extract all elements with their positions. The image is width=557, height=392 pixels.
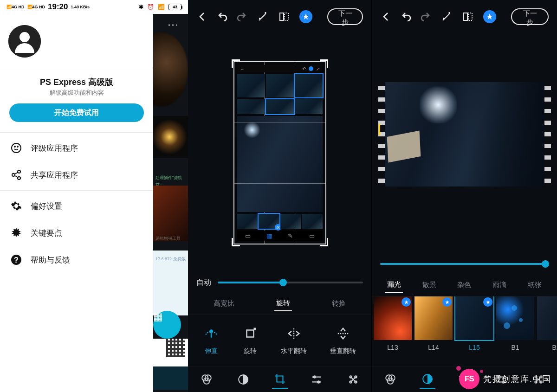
gear-icon [10,200,22,212]
straighten-slider[interactable] [218,282,363,283]
clock: 19:20 [48,2,68,12]
background-preview-strip: ⋮ 处理插件"滤镜云… 系统增强工具 17.6.872 免费版 ▦ [153,14,188,392]
preset-B2[interactable]: B2 [537,296,557,366]
net-speed: 1.40 KB/s [71,5,90,9]
magic-wand-icon[interactable] [257,11,269,23]
editor-topbar: 下一步 [372,0,557,33]
tool-label: 水平翻转 [281,347,307,355]
looks-icon[interactable] [382,372,398,387]
battery-icon: 43 [168,4,181,10]
tool-label: 伸直 [205,347,218,355]
editor-bottombar [188,366,371,392]
tab-2[interactable]: 转换 [330,296,348,311]
menu-label: 帮助与反馈 [31,255,70,265]
promo-title: PS Express 高级版 [9,77,144,88]
start-trial-button[interactable]: 开始免费试用 [9,103,144,122]
image-preview[interactable] [378,82,551,186]
watermark-text: 梵摄创意库.中国 [483,373,551,385]
preset-L13[interactable]: L13 [374,296,412,366]
svg-point-7 [18,177,20,180]
preset-B1[interactable]: B1 [496,296,534,366]
tab-0[interactable]: 高宽比 [212,296,236,311]
tool-1[interactable]: 旋转 [242,326,258,355]
next-button[interactable]: 下一步 [511,8,549,25]
menu-label: 评级应用程序 [31,143,78,154]
signal-2: 📶4G HD [27,5,45,9]
svg-rect-24 [464,13,467,20]
next-button[interactable]: 下一步 [327,8,363,25]
smile-icon [10,142,22,154]
preset-thumb [374,296,412,340]
svg-point-18 [313,376,315,378]
tool-3[interactable]: 垂直翻转 [330,326,356,355]
menu-item-0[interactable]: 评级应用程序 [0,135,153,161]
svg-point-2 [12,143,21,153]
redo-icon[interactable] [235,11,247,23]
overflow-icon[interactable]: ⋮ [167,19,180,32]
menu-item-2[interactable]: ?帮助与反馈 [0,246,153,273]
alarm-icon: ⏰ [147,4,154,10]
effect-intensity-slider[interactable] [380,263,549,265]
preset-label: B2 [552,344,557,351]
redo-icon[interactable] [419,11,431,23]
tool-icon [242,326,258,341]
avatar[interactable] [8,25,41,58]
menu-item-0[interactable]: 偏好设置 [0,193,153,219]
preset-thumb [455,296,493,340]
undo-icon[interactable] [401,11,413,23]
svg-point-4 [17,146,18,147]
adjust-icon[interactable] [420,373,435,389]
preset-thumb [496,296,534,340]
magic-wand-icon[interactable] [440,11,453,23]
effect-slider-row [372,254,557,274]
tab-2[interactable]: 杂色 [455,278,473,292]
looks-icon[interactable] [199,372,214,387]
preset-L14[interactable]: L14 [415,296,453,366]
nav-drawer: PS Express 高级版 解锁高级功能和内容 开始免费试用 评级应用程序共享… [0,14,153,392]
preset-thumb [415,296,453,340]
help-icon: ? [10,254,22,266]
tab-1[interactable]: 散景 [421,278,438,292]
compare-icon[interactable] [278,11,290,23]
svg-point-1 [19,32,30,42]
tab-3[interactable]: 雨滴 [491,278,508,292]
back-icon[interactable] [380,11,392,23]
svg-point-5 [18,170,20,173]
tool-2[interactable]: 水平翻转 [281,326,307,355]
watermark-badge: FS [459,369,479,389]
svg-point-3 [14,146,15,147]
premium-star-icon[interactable] [299,10,312,23]
menu-label: 共享应用程序 [31,170,78,180]
promo-subtitle: 解锁高级功能和内容 [9,89,144,97]
menu-label: 偏好设置 [31,201,62,212]
tool-0[interactable]: 伸直 [203,326,219,355]
preset-L15[interactable]: L15 [455,296,493,366]
heal-icon[interactable] [345,372,361,387]
adjust-icon[interactable] [235,372,251,387]
svg-rect-13 [246,330,253,337]
tool-label: 旋转 [244,347,257,355]
svg-rect-10 [280,13,284,20]
svg-rect-11 [285,13,288,20]
preset-label: L14 [428,344,439,351]
editor-crop-panel: 下一步 ←↶↗ ✕ ▭▦✎▭ 自动 高宽比旋转转换 伸 [188,0,372,392]
crop-frame[interactable]: ←↶↗ ✕ ▭▦✎▭ [233,61,326,244]
crop-nav-icon[interactable] [272,373,288,389]
crop-tabs: 高宽比旋转转换 [188,293,371,315]
svg-text:?: ? [14,256,19,264]
back-icon[interactable] [196,11,208,23]
straighten-slider-row: 自动 [188,272,371,293]
compare-icon[interactable] [462,11,474,23]
sliders-icon[interactable] [309,372,324,387]
undo-icon[interactable] [217,11,229,23]
premium-star-icon[interactable] [483,10,496,23]
status-bar: 📶4G HD 📶4G HD 19:20 1.40 KB/s ✱ ⏰ 📶 43 [0,0,188,14]
svg-rect-25 [468,13,472,20]
wifi-icon: 📶 [158,4,165,10]
tab-0[interactable]: 漏光 [385,277,403,293]
editor-effects-panel: 下一步 漏光散景杂色雨滴纸张 L13L14L15B1B2 [372,0,557,392]
menu-item-1[interactable]: 关键要点 [0,219,153,246]
tab-4[interactable]: 纸张 [526,278,544,292]
menu-item-1[interactable]: 共享应用程序 [0,161,153,188]
tab-1[interactable]: 旋转 [274,296,292,311]
